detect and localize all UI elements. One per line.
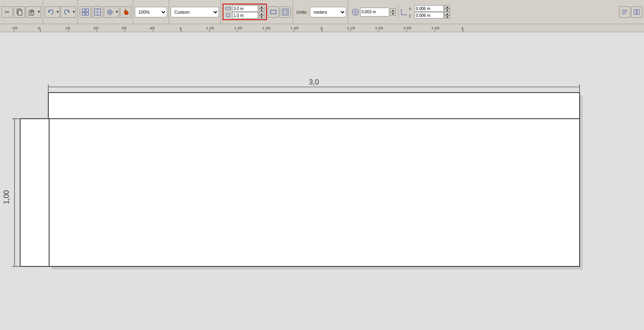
svg-text:2 4/5: 2 4/5 [431, 26, 440, 30]
coord-y-down[interactable]: ▼ [444, 15, 450, 19]
scissors-button[interactable]: ✂ [2, 6, 13, 18]
aspect-button[interactable] [280, 6, 291, 18]
svg-rect-23 [270, 10, 276, 14]
grid-button-1[interactable] [80, 6, 91, 18]
coord-group: x ▲ ▼ y ▲ ▼ [398, 5, 452, 19]
grid-icon-2 [94, 8, 101, 16]
svg-point-18 [109, 11, 110, 12]
coord-x-up[interactable]: ▲ [444, 5, 450, 8]
scissors-icon: ✂ [5, 9, 10, 15]
dim-height-label: 1,00 [2, 190, 10, 204]
grid-spacing-input[interactable] [360, 8, 389, 16]
custom-select[interactable]: Custom A4 Landscape A4 Portrait Letter [171, 7, 219, 17]
toolbar-group-undoredo: ▼ ▼ [45, 0, 78, 24]
aspect-icon [282, 8, 289, 16]
svg-text:2 2/5: 2 2/5 [375, 26, 383, 30]
svg-rect-83 [20, 119, 49, 266]
size-height-icon [225, 13, 231, 18]
svg-text:-1/5: -1/5 [11, 26, 18, 30]
rect-icon [270, 8, 277, 16]
distribute-icon [633, 8, 640, 16]
svg-rect-25 [284, 10, 287, 14]
copy-button[interactable] [14, 6, 25, 18]
svg-rect-1 [18, 10, 22, 15]
grid-spacing-up[interactable]: ▲ [390, 8, 396, 12]
grid-button-2[interactable] [92, 6, 103, 18]
units-label: Units: [296, 10, 308, 14]
svg-marker-6 [48, 10, 50, 13]
snap-group: ▼ [104, 6, 119, 18]
coord-x-spin: ▲ ▼ [444, 5, 450, 12]
svg-text:2 1/5: 2 1/5 [347, 26, 355, 30]
size-width-spin: ▲ ▼ [259, 5, 264, 12]
grid-spacing-icon [351, 8, 359, 16]
units-select[interactable]: meters feet inches cm [310, 7, 346, 17]
svg-rect-82 [48, 119, 580, 266]
snap-button[interactable] [104, 6, 115, 18]
paste-button[interactable] [26, 6, 37, 18]
snap-icon [106, 8, 114, 16]
svg-marker-7 [67, 10, 69, 13]
coord-y-row: y ▲ ▼ [409, 12, 450, 19]
coord-x-label: x [409, 6, 414, 11]
undo-arrow[interactable]: ▼ [56, 6, 60, 18]
zoom-select[interactable]: 50% 100% 150% 200% [135, 7, 167, 17]
paste-arrow[interactable]: ▼ [37, 6, 41, 18]
size-width-down[interactable]: ▼ [259, 8, 264, 12]
coord-y-label: y [409, 13, 414, 18]
redo-icon [63, 8, 70, 16]
size-height-input[interactable] [232, 12, 258, 19]
svg-text:1/5: 1/5 [65, 26, 70, 30]
toolbar-group-extra [268, 0, 293, 24]
fire-icon [122, 8, 129, 16]
grid-spacing-spin: ▲ ▼ [390, 8, 396, 16]
coord-x-input[interactable] [415, 5, 444, 12]
size-width-up[interactable]: ▲ [259, 5, 264, 8]
coord-values: x ▲ ▼ y ▲ ▼ [409, 5, 450, 19]
rect-button[interactable] [268, 6, 279, 18]
coord-y-up[interactable]: ▲ [444, 12, 450, 15]
toolbar-group-grid: ▼ [80, 0, 133, 24]
paste-group: ▼ [26, 6, 41, 18]
ruler-h-svg: -1/5 0 1/5 2/5 3/5 4/5 1 1 1/5 1 2/5 1 3… [0, 24, 644, 32]
redo-arrow[interactable]: ▼ [72, 6, 76, 18]
svg-text:1 1/5: 1 1/5 [206, 26, 214, 30]
size-width-input[interactable] [232, 5, 258, 12]
grid-spacing-down[interactable]: ▼ [390, 12, 396, 16]
size-height-row: ▲ ▼ [225, 12, 264, 19]
toolbar-group-units: Units: meters feet inches cm [295, 0, 348, 24]
grid-icon-1 [82, 8, 89, 16]
snap-arrow[interactable]: ▼ [115, 6, 119, 18]
coord-icon [400, 8, 408, 16]
distribute-button[interactable] [631, 6, 642, 18]
align-button[interactable] [619, 6, 630, 18]
svg-rect-8 [82, 9, 85, 12]
toolbar-group-basic: ✂ ▼ [2, 0, 43, 24]
svg-text:1 4/5: 1 4/5 [291, 26, 299, 30]
svg-text:1 3/5: 1 3/5 [262, 26, 270, 30]
size-width-row: ▲ ▼ [225, 5, 264, 12]
toolbar-group-zoom: 50% 100% 150% 200% [135, 0, 169, 24]
undo-button[interactable] [45, 6, 56, 18]
paste-icon [28, 8, 35, 16]
size-height-spin: ▲ ▼ [259, 12, 264, 19]
fire-button[interactable] [120, 6, 131, 18]
coord-x-down[interactable]: ▼ [444, 8, 450, 12]
coord-x-row: x ▲ ▼ [409, 5, 450, 12]
coord-y-input[interactable] [415, 12, 444, 19]
svg-text:1 2/5: 1 2/5 [234, 26, 242, 30]
align-icon [621, 8, 628, 16]
undo-group: ▼ [45, 6, 60, 18]
canvas-area: 3,0 1,00 [0, 32, 644, 330]
size-height-up[interactable]: ▲ [259, 12, 264, 15]
svg-rect-10 [82, 12, 85, 15]
svg-rect-37 [634, 10, 636, 14]
toolbar-group-custom: Custom A4 Landscape A4 Portrait Letter [171, 0, 221, 24]
redo-button[interactable] [61, 6, 72, 18]
svg-marker-33 [406, 14, 407, 15]
svg-text:2/5: 2/5 [93, 26, 99, 30]
svg-marker-32 [401, 9, 402, 10]
size-height-down[interactable]: ▼ [259, 15, 264, 19]
ruler-horizontal: -1/5 0 1/5 2/5 3/5 4/5 1 1 1/5 1 2/5 1 3… [0, 24, 644, 32]
svg-text:2 3/5: 2 3/5 [403, 26, 411, 30]
